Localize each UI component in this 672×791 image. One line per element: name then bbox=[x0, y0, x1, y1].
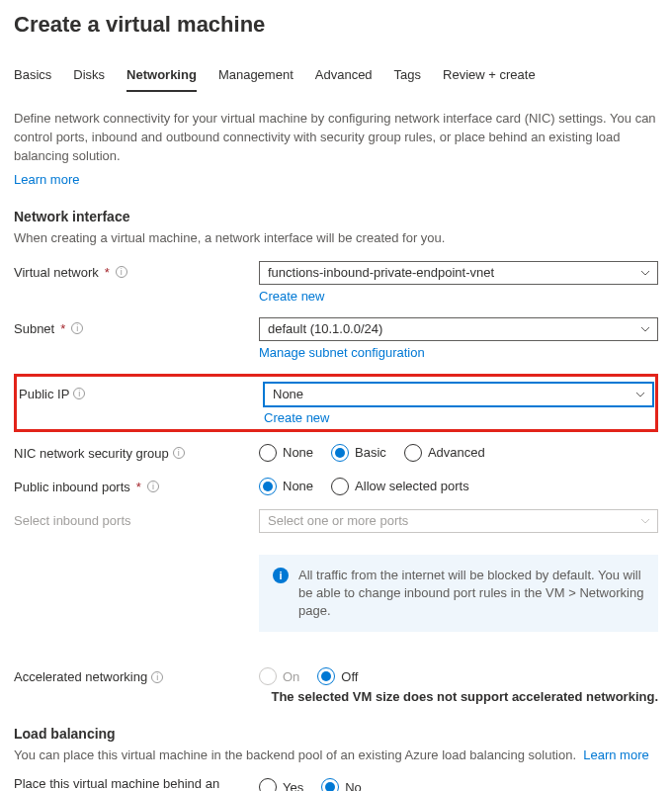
tab-bar: Basics Disks Networking Management Advan… bbox=[14, 63, 658, 92]
select-ports-select: Select one or more ports bbox=[259, 509, 658, 533]
inbound-allow-radio[interactable]: Allow selected ports bbox=[331, 478, 469, 495]
nsg-basic-radio[interactable]: Basic bbox=[331, 444, 386, 462]
load-balancing-heading: Load balancing bbox=[14, 726, 658, 742]
page-title: Create a virtual machine bbox=[14, 12, 658, 38]
load-balancing-learn-more-link[interactable]: Learn more bbox=[583, 747, 648, 762]
public-ip-label: Public IP bbox=[19, 387, 69, 401]
select-ports-label: Select inbound ports bbox=[14, 513, 131, 528]
chevron-down-icon bbox=[639, 323, 651, 335]
intro-text: Define network connectivity for your vir… bbox=[14, 110, 658, 166]
chevron-down-icon bbox=[634, 389, 646, 400]
inbound-ports-label: Public inbound ports bbox=[14, 480, 130, 494]
tab-basics[interactable]: Basics bbox=[14, 63, 51, 92]
accel-note: The selected VM size does not support ac… bbox=[14, 689, 658, 704]
info-icon[interactable]: i bbox=[73, 388, 85, 399]
info-icon[interactable]: i bbox=[173, 447, 185, 459]
tab-management[interactable]: Management bbox=[218, 63, 294, 92]
public-ip-create-new-link[interactable]: Create new bbox=[264, 410, 653, 425]
tab-disks[interactable]: Disks bbox=[73, 63, 105, 92]
network-interface-subtext: When creating a virtual machine, a netwo… bbox=[14, 230, 658, 245]
inbound-none-radio[interactable]: None bbox=[259, 478, 313, 495]
info-icon[interactable]: i bbox=[151, 671, 163, 683]
nsg-advanced-radio[interactable]: Advanced bbox=[404, 444, 485, 462]
virtual-network-label: Virtual network bbox=[14, 265, 99, 280]
required-asterisk: * bbox=[136, 480, 141, 494]
tab-advanced[interactable]: Advanced bbox=[315, 63, 373, 92]
info-filled-icon: i bbox=[273, 568, 289, 583]
subnet-select[interactable]: default (10.1.0.0/24) bbox=[259, 317, 658, 341]
tab-networking[interactable]: Networking bbox=[126, 63, 197, 92]
chevron-down-icon bbox=[639, 515, 651, 527]
load-balancing-subtext: You can place this virtual machine in th… bbox=[14, 747, 576, 762]
virtual-network-select[interactable]: functions-inbound-private-endpoint-vnet bbox=[259, 261, 658, 285]
info-icon[interactable]: i bbox=[71, 322, 83, 334]
subnet-label: Subnet bbox=[14, 321, 54, 336]
required-asterisk: * bbox=[105, 265, 110, 280]
vnet-create-new-link[interactable]: Create new bbox=[259, 289, 658, 304]
required-asterisk: * bbox=[60, 321, 65, 336]
lb-no-radio[interactable]: No bbox=[321, 778, 362, 791]
info-icon[interactable]: i bbox=[147, 481, 159, 492]
inbound-info-box: i All traffic from the internet will be … bbox=[259, 555, 658, 633]
tab-tags[interactable]: Tags bbox=[394, 63, 421, 92]
accel-networking-label: Accelerated networking bbox=[14, 669, 147, 684]
accel-on-radio: On bbox=[259, 667, 299, 685]
network-interface-heading: Network interface bbox=[14, 209, 658, 224]
lb-yes-radio[interactable]: Yes bbox=[259, 778, 303, 791]
public-ip-select[interactable]: None bbox=[264, 383, 653, 406]
nsg-label: NIC network security group bbox=[14, 446, 169, 461]
accel-off-radio[interactable]: Off bbox=[317, 667, 358, 685]
chevron-down-icon bbox=[639, 267, 651, 279]
public-ip-highlight: Public IP i None Create new bbox=[14, 374, 658, 432]
lb-question-label: Place this virtual machine behind an exi… bbox=[14, 776, 259, 791]
intro-learn-more-link[interactable]: Learn more bbox=[14, 172, 658, 187]
tab-review[interactable]: Review + create bbox=[443, 63, 536, 92]
nsg-none-radio[interactable]: None bbox=[259, 444, 313, 462]
info-icon[interactable]: i bbox=[116, 266, 127, 278]
subnet-manage-link[interactable]: Manage subnet configuration bbox=[259, 345, 658, 360]
